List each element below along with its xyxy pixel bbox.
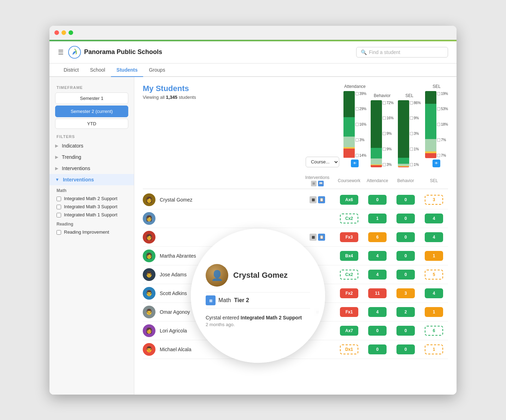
behavior-badge: 0 bbox=[392, 270, 420, 280]
tooltip-tier-row: ▦ Math Tier 2 bbox=[206, 292, 310, 308]
pct-label-3: 18% bbox=[437, 122, 448, 126]
behavior-chart-label: Behavior bbox=[374, 93, 390, 98]
sel-badge: 1 bbox=[420, 251, 448, 261]
pct-label-3: 16% bbox=[355, 122, 366, 126]
app-window: ☰ Panorama Public Schools 🔍 Find a stude… bbox=[49, 26, 457, 395]
grid-icon: ▦ bbox=[310, 234, 317, 241]
coursework-badge: Fx1 bbox=[335, 307, 363, 317]
book-icon: 📋 bbox=[318, 234, 325, 241]
pct-label-3: 3% bbox=[410, 132, 421, 136]
content-area: My Students Viewing all 1,345 students C… bbox=[134, 77, 457, 395]
student-search[interactable]: 🔍 Find a student bbox=[356, 47, 448, 58]
reading-checkbox-1[interactable] bbox=[57, 230, 61, 235]
col-header-coursework: Coursework bbox=[335, 178, 363, 183]
course-dropdown[interactable]: Course... bbox=[306, 157, 339, 167]
pct-label-5: 7% bbox=[437, 154, 448, 157]
attendance-eye-btn[interactable]: 👁 bbox=[351, 160, 359, 167]
intervention-icons: ▦📋 bbox=[300, 196, 335, 203]
menu-icon[interactable]: ☰ bbox=[58, 48, 64, 56]
timeframe-semester1[interactable]: Semester 1 bbox=[55, 92, 128, 104]
tooltip-time: 2 months ago. bbox=[206, 322, 310, 327]
sel-badge: 4 bbox=[420, 288, 448, 298]
behavior-badge: 0 bbox=[392, 326, 420, 336]
behavior-badge: 0 bbox=[392, 195, 420, 205]
app-title: Panorama Public Schools bbox=[84, 48, 162, 56]
main-area: TIMEFRAME Semester 1 Semester 2 (current… bbox=[49, 77, 457, 395]
coursework-badge: Cx2 bbox=[335, 214, 363, 223]
tooltip-student-row: 👤 Crystal Gomez bbox=[206, 264, 310, 287]
col-header-attendance: Attendance bbox=[363, 178, 392, 183]
filter-interventions-2-label: Interventions bbox=[63, 177, 94, 182]
attendance-badge: 0 bbox=[363, 344, 392, 354]
reading-label: Reading bbox=[49, 219, 134, 228]
filter-trending[interactable]: ▶ Trending bbox=[49, 151, 134, 163]
close-button[interactable] bbox=[54, 30, 59, 35]
avatar: 👨 bbox=[143, 306, 155, 318]
bar-seg-3 bbox=[371, 158, 382, 164]
header: ☰ Panorama Public Schools 🔍 Find a stude… bbox=[49, 41, 457, 64]
bar-seg-2 bbox=[371, 148, 382, 158]
table-row[interactable]: 👩 Cx2 1 0 4 bbox=[143, 209, 448, 228]
pct-label-1: 19% bbox=[437, 92, 448, 96]
pct-label-2: 53% bbox=[437, 107, 448, 111]
math-item-1[interactable]: Integrated Math 2 Support bbox=[49, 194, 134, 203]
bar-seg-3 bbox=[343, 137, 355, 147]
sel-eye-btn[interactable]: 👁 bbox=[433, 160, 440, 167]
filter-interventions-2[interactable]: ▼ Interventions bbox=[49, 174, 134, 185]
tooltip-description: Cyrstal entered Integrated Math 2 Suppor… bbox=[206, 315, 310, 320]
intervention-icons: ▦📋 bbox=[300, 234, 335, 241]
timeframe-ytd[interactable]: YTD bbox=[55, 119, 128, 129]
tab-students[interactable]: Students bbox=[111, 64, 143, 77]
filter-interventions-1[interactable]: ▶ Interventions bbox=[49, 163, 134, 174]
student-name: Crystal Gomez bbox=[160, 197, 300, 203]
attendance-bar bbox=[343, 91, 355, 158]
sel-badge: 5 bbox=[420, 270, 448, 280]
math-checkbox-1[interactable] bbox=[57, 197, 61, 201]
pct-label-2: 29% bbox=[355, 107, 366, 111]
bar-seg-2 bbox=[398, 158, 409, 164]
math-checkbox-3[interactable] bbox=[57, 213, 61, 217]
book-icon: 📋 bbox=[318, 196, 325, 203]
minimize-button[interactable] bbox=[61, 30, 66, 35]
behavior-badge: 0 bbox=[392, 232, 420, 242]
avatar: 👨 bbox=[143, 268, 155, 281]
reading-item-1[interactable]: Reading Improvement bbox=[49, 228, 134, 236]
search-placeholder: Find a student bbox=[369, 49, 400, 55]
bar-seg-1 bbox=[343, 91, 355, 117]
logo-area: Panorama Public Schools bbox=[68, 46, 162, 59]
timeframe-semester2[interactable]: Semester 2 (current) bbox=[55, 106, 128, 117]
pct-label-4: 1% bbox=[410, 147, 421, 151]
pct-label-4: 7% bbox=[437, 138, 448, 142]
grid-icon: ▦ bbox=[310, 196, 317, 203]
pct-label-5: 3% bbox=[383, 163, 394, 167]
math-checkbox-2[interactable] bbox=[57, 205, 61, 209]
pct-label-2: 16% bbox=[383, 116, 394, 120]
tab-groups[interactable]: Groups bbox=[143, 64, 171, 77]
math-item-2[interactable]: Integrated Math 3 Support bbox=[49, 203, 134, 211]
sel-chart-1-label: SEL bbox=[405, 93, 413, 98]
tab-school[interactable]: School bbox=[84, 64, 111, 77]
attendance-badge: 6 bbox=[363, 232, 392, 242]
pct-label-5: 14% bbox=[355, 154, 366, 157]
filter-interventions-1-label: Interventions bbox=[62, 166, 90, 171]
math-item-3[interactable]: Integrated Math 1 Support bbox=[49, 211, 134, 219]
title-bar bbox=[49, 26, 457, 40]
tab-district[interactable]: District bbox=[58, 64, 84, 77]
search-icon: 🔍 bbox=[361, 49, 367, 55]
behavior-badge: 0 bbox=[392, 344, 420, 354]
behavior-badge: 2 bbox=[392, 307, 420, 317]
behavior-chart: Behavior 72% 16% bbox=[371, 93, 394, 167]
bar-seg-1 bbox=[398, 100, 409, 158]
attendance-badge: 4 bbox=[363, 251, 392, 261]
pct-label-4: 3% bbox=[355, 138, 366, 142]
behavior-badge: 0 bbox=[392, 214, 420, 223]
math-label-1: Integrated Math 2 Support bbox=[64, 196, 117, 201]
math-label-2: Integrated Math 3 Support bbox=[64, 204, 117, 209]
maximize-button[interactable] bbox=[69, 30, 73, 35]
filter-indicators-label: Indicators bbox=[62, 143, 83, 149]
col-header-interventions: Interventions ▦ 📖 bbox=[300, 175, 335, 186]
pct-label-1: 39% bbox=[355, 92, 366, 96]
filter-indicators[interactable]: ▶ Indicators bbox=[49, 140, 134, 151]
table-row[interactable]: 👩 Crystal Gomez ▦📋 Ax6 0 0 3 bbox=[143, 191, 448, 209]
coursework-badge: Ax6 bbox=[335, 195, 363, 205]
